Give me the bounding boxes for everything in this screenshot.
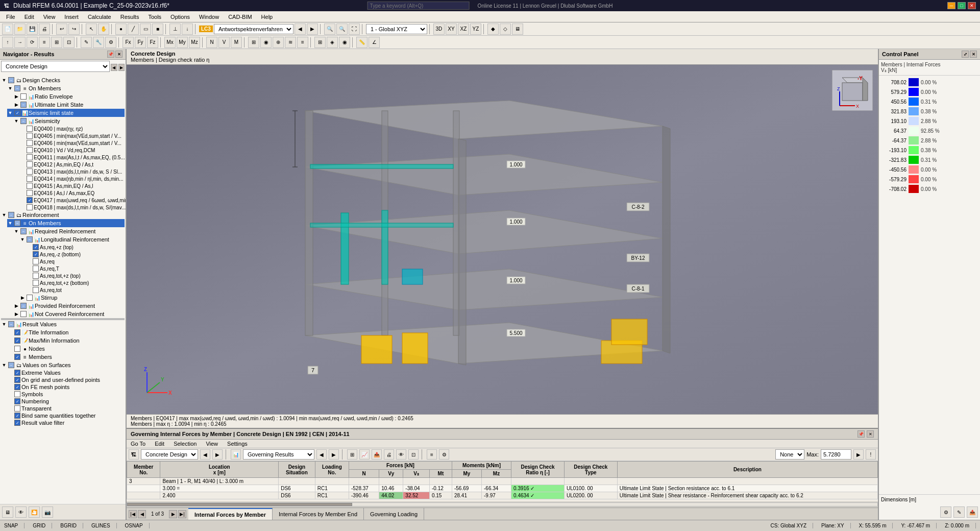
cp-close-btn[interactable]: ✕ xyxy=(970,51,977,58)
tree-ratio-envelope[interactable]: ▶ 📊 Ratio Envelope xyxy=(13,92,125,101)
tree-reinforcement[interactable]: ▼ − 🗂 Reinforcement xyxy=(1,211,125,219)
tb-move[interactable]: ✋ xyxy=(98,23,109,35)
tree-title-info[interactable]: ▶ ✓ 📝 Title Information xyxy=(7,328,125,336)
bp-menu-settings[interactable]: Settings xyxy=(223,440,252,448)
tb-view-yz[interactable]: YZ xyxy=(470,23,481,35)
tb-r6[interactable]: ⊡ xyxy=(63,37,75,48)
menu-edit[interactable]: Edit xyxy=(20,13,38,21)
nav-icon-1[interactable]: 🖥 xyxy=(2,506,13,518)
tb-surface[interactable]: ▭ xyxy=(140,23,151,35)
bp-max-btn2[interactable]: ! xyxy=(866,449,876,460)
bp-results-icon[interactable]: 📊 xyxy=(231,449,241,460)
cb-eq414[interactable] xyxy=(27,176,33,182)
bp-col-settings[interactable]: ⚙ xyxy=(439,449,449,460)
maximize-button[interactable]: □ xyxy=(958,2,966,9)
cb-eq413[interactable] xyxy=(27,168,33,175)
bp-view2[interactable]: ⊡ xyxy=(408,449,419,460)
tree-prov-reinf[interactable]: ▶ − 📊 Provided Reinforcement xyxy=(13,302,125,310)
nav-icon-2[interactable]: 👁 xyxy=(15,506,27,518)
tree-symbols[interactable]: ▶ Symbols xyxy=(7,391,125,398)
tree-as-bottom[interactable]: ▶ ✓ As,req,-z (bottom) xyxy=(26,251,125,258)
lc-dropdown[interactable]: Antwortspektrenverfahren xyxy=(214,24,293,34)
bp-menu-edit[interactable]: Edit xyxy=(151,440,168,448)
tb-prev-lc[interactable]: ◀ xyxy=(295,23,306,35)
tb-zoom-in[interactable]: 🔍 xyxy=(324,23,335,35)
tree-reinf-on-members[interactable]: ▼ − ≡ On Members xyxy=(7,219,125,227)
bp-design-dropdown[interactable]: Concrete Design xyxy=(141,449,198,460)
cp-icon-export[interactable]: 📤 xyxy=(967,506,978,518)
tree-eq410[interactable]: ▶ EQ0410 | Vd / Vd,req,DCM xyxy=(19,147,125,154)
tree-result-filter[interactable]: ▶ ✓ Result value filter xyxy=(7,419,125,426)
cb-seismic-limit[interactable]: ✓ xyxy=(14,110,20,116)
tree-eq405[interactable]: ▶ EQ0405 | min(max(VEd,sum,start / V... xyxy=(19,132,125,139)
bp-max-btn[interactable]: ▶ xyxy=(853,449,864,460)
tab-nav-prev[interactable]: ◀ xyxy=(138,510,146,518)
tree-eq406[interactable]: ▶ EQ0406 | min(max(VEd,sum,start / V... xyxy=(19,139,125,147)
bp-scroll-bar[interactable] xyxy=(127,501,878,508)
tree-eq418[interactable]: ▶ EQ0418 | max(ds,l,t,min / ds,w, S/(mav… xyxy=(19,204,125,211)
tree-bind-same[interactable]: ▶ ✓ Bind same quantities together xyxy=(7,412,125,419)
cb-long-reinf[interactable]: − xyxy=(27,236,33,243)
tb-next-lc[interactable]: ▶ xyxy=(307,23,318,35)
status-grid[interactable]: GRID xyxy=(33,523,52,528)
tree-as-req[interactable]: ▶ As,req xyxy=(26,258,125,265)
tree-extreme-vals[interactable]: ▶ ✓ Extreme Values xyxy=(7,369,125,376)
cb-surfaces[interactable]: − xyxy=(8,362,14,368)
menu-insert[interactable]: Insert xyxy=(60,13,83,21)
tree-fe-mesh[interactable]: ▶ ✓ On FE mesh points xyxy=(7,383,125,391)
tb-filter1[interactable]: ⊞ xyxy=(248,37,259,48)
cb-result-values[interactable]: − xyxy=(8,321,14,327)
toggle-seismicity[interactable]: ▼ xyxy=(13,118,19,124)
tb-print[interactable]: 🖨 xyxy=(39,23,50,35)
nav-pin-btn[interactable]: 📌 xyxy=(107,51,114,58)
bp-view1[interactable]: 👁 xyxy=(396,449,406,460)
tb-r10[interactable]: Fx xyxy=(122,37,134,48)
cp-icon-edit[interactable]: ✎ xyxy=(953,506,965,518)
bp-arrow-prev[interactable]: ◀ xyxy=(200,449,210,460)
menu-window[interactable]: Window xyxy=(195,13,223,21)
bp-export[interactable]: 📤 xyxy=(372,449,382,460)
tb-wire[interactable]: ◇ xyxy=(500,23,511,35)
cb-transparent[interactable] xyxy=(14,405,20,412)
tb-r16[interactable]: N xyxy=(206,37,217,48)
tree-seismicity[interactable]: ▼ − 📊 Seismicity xyxy=(13,117,125,125)
toggle-long-reinf[interactable]: ▼ xyxy=(19,236,26,243)
tb-new[interactable]: 📄 xyxy=(2,23,13,35)
cb-as-top[interactable]: ✓ xyxy=(33,244,39,250)
toggle-reinf-members[interactable]: ▼ xyxy=(7,220,13,226)
max-value-input[interactable] xyxy=(821,449,851,460)
status-bgrid[interactable]: BGRID xyxy=(60,523,83,528)
tree-transparent[interactable]: ▶ Transparent xyxy=(7,405,125,412)
tree-as-reqt[interactable]: ▶ As,req,T xyxy=(26,265,125,272)
toggle-prov-reinf[interactable]: ▶ xyxy=(13,303,19,309)
tb-filter2[interactable]: ◉ xyxy=(260,37,272,48)
tree-on-members[interactable]: ▼ − ≡ On Members xyxy=(7,84,125,92)
cb-eq405[interactable] xyxy=(27,133,33,139)
tb-support[interactable]: ⊥ xyxy=(169,23,181,35)
tree-as-req-tot-bot[interactable]: ▶ As,req,tot,+z (bottom) xyxy=(26,279,125,286)
tb-r17[interactable]: V xyxy=(218,37,230,48)
toggle-not-covered[interactable]: ▶ xyxy=(13,311,19,317)
table-row[interactable]: 2.400 DS6 RC1 -390.46 44.02 32.52 0.15 2… xyxy=(127,492,878,499)
cb-bind-same[interactable]: ✓ xyxy=(14,413,20,419)
cb-title-info[interactable]: ✓ xyxy=(14,329,20,335)
cb-uls[interactable]: − xyxy=(20,102,27,108)
bp-arrow-next[interactable]: ▶ xyxy=(212,449,223,460)
tree-nodes[interactable]: ▶ ● Nodes xyxy=(7,345,125,353)
tb-r15[interactable]: Mz xyxy=(189,37,200,48)
menu-file[interactable]: File xyxy=(2,13,19,21)
bp-pin-btn[interactable]: 📌 xyxy=(857,430,865,438)
menu-help[interactable]: Help xyxy=(257,13,277,21)
status-glines[interactable]: GLINES xyxy=(91,523,117,528)
cb-extreme[interactable]: ✓ xyxy=(14,370,20,376)
bp-menu-selection[interactable]: Selection xyxy=(169,440,201,448)
cb-fe-mesh[interactable]: ✓ xyxy=(14,384,20,390)
tb-view-3d[interactable]: 3D xyxy=(433,23,445,35)
tb-undo[interactable]: ↩ xyxy=(56,23,67,35)
tree-numbering[interactable]: ▶ ✓ Numbering xyxy=(7,398,125,405)
cb-numbering[interactable]: ✓ xyxy=(14,398,20,404)
search-bar[interactable] xyxy=(368,2,470,10)
bp-results-next[interactable]: ▶ xyxy=(329,449,339,460)
bp-results-prev[interactable]: ◀ xyxy=(316,449,327,460)
tb-line[interactable]: ╱ xyxy=(128,23,139,35)
